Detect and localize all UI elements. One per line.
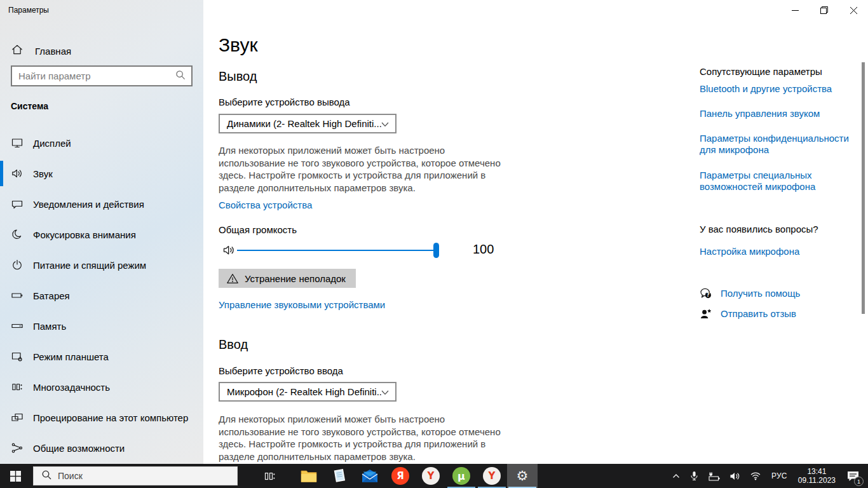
tray-language-indicator[interactable]: РУС (766, 471, 793, 480)
action-center-button[interactable]: 1 (841, 464, 868, 488)
notifications-icon (11, 198, 24, 210)
sidebar-item-label: Фокусировка внимания (33, 229, 136, 240)
battery-icon (11, 289, 24, 302)
taskbar-app-yandex-browser[interactable]: Y (416, 464, 446, 488)
sound-control-panel-link[interactable]: Панель управления звуком (700, 108, 820, 119)
tray-volume-icon[interactable] (725, 464, 745, 488)
close-button[interactable] (839, 0, 868, 20)
notification-badge: 1 (854, 477, 864, 486)
get-help-item[interactable]: ? Получить помощь (700, 287, 800, 299)
sidebar-home-label: Главная (35, 46, 71, 57)
settings-gear-icon: ⚙ (517, 468, 529, 484)
task-view-icon (264, 470, 276, 482)
window-title: Параметры (8, 6, 49, 15)
tray-wifi-icon[interactable] (745, 464, 766, 488)
sidebar-item-label: Многозадачность (33, 382, 110, 393)
display-icon (11, 137, 24, 149)
taskbar-app-mail[interactable] (355, 464, 385, 488)
sidebar-item-home[interactable]: Главная (0, 38, 203, 64)
sound-icon (11, 167, 24, 180)
chevron-down-icon (381, 118, 389, 130)
sidebar-item-focus[interactable]: Фокусировка внимания (0, 219, 203, 250)
send-feedback-item[interactable]: Отправить отзыв (700, 308, 796, 320)
taskbar-search-box (33, 466, 238, 485)
taskbar-app-yandex[interactable]: Я (385, 464, 416, 488)
output-description: Для некоторых приложений может быть наст… (219, 144, 503, 194)
mic-privacy-link[interactable]: Параметры конфиденциальности для микрофо… (700, 133, 849, 156)
tray-hidden-icons-chevron[interactable] (667, 464, 685, 488)
settings-search-input[interactable] (12, 71, 175, 81)
troubleshoot-button-label: Устранение неполадок (245, 273, 346, 284)
taskbar: Я Y µ Y ⚙ (0, 464, 868, 488)
output-device-dropdown[interactable]: Динамики (2- Realtek High Definiti... (219, 114, 397, 133)
storage-icon (11, 320, 24, 332)
sidebar-item-multitasking[interactable]: Многозадачность (0, 372, 203, 402)
output-device-value: Динамики (2- Realtek High Definiti... (220, 118, 381, 129)
mic-accessibility-link[interactable]: Параметры специальных возможностей микро… (700, 170, 849, 193)
device-properties-link[interactable]: Свойства устройства (219, 200, 312, 210)
sidebar-item-shared-experiences[interactable]: Общие возможности (0, 433, 203, 463)
settings-search-box (11, 65, 193, 86)
volume-slider-track[interactable] (237, 250, 439, 251)
yandex-icon: Я (391, 467, 409, 485)
send-feedback-link[interactable]: Отправить отзыв (721, 308, 796, 319)
tray-microphone-icon[interactable] (685, 464, 703, 488)
tray-date: 09.11.2023 (798, 476, 836, 485)
master-volume-label: Общая громкость (219, 224, 297, 235)
yandex-browser-icon: Y (422, 467, 440, 485)
scrollbar[interactable] (862, 62, 865, 314)
taskbar-app-settings[interactable]: ⚙ (507, 464, 538, 488)
sidebar-item-power[interactable]: Питание и спящий режим (0, 250, 203, 280)
chevron-down-icon (381, 386, 389, 398)
projecting-icon (11, 411, 24, 424)
restore-button[interactable] (810, 0, 839, 20)
input-description: Для некоторых приложений может быть наст… (219, 413, 503, 463)
troubleshoot-button[interactable]: Устранение неполадок (219, 269, 356, 288)
power-icon (11, 259, 24, 271)
search-icon[interactable] (175, 69, 186, 83)
sidebar-item-label: Проецирование на этот компьютер (33, 412, 188, 423)
sidebar-item-storage[interactable]: Память (0, 311, 203, 341)
feedback-person-icon (700, 308, 712, 320)
sidebar-section-system: Система (11, 101, 48, 111)
sidebar-item-sound[interactable]: Звук (0, 158, 203, 189)
help-chat-icon: ? (700, 287, 712, 299)
moon-icon (11, 228, 24, 241)
get-help-link[interactable]: Получить помощь (721, 288, 800, 299)
mic-setup-link[interactable]: Настройка микрофона (700, 246, 799, 257)
task-view-button[interactable] (254, 464, 285, 488)
sidebar-item-tablet-mode[interactable]: Режим планшета (0, 341, 203, 372)
settings-window: Параметры Главная Система Дисплей (0, 0, 868, 488)
speaker-icon[interactable] (222, 243, 236, 260)
sidebar-item-label: Звук (33, 168, 53, 179)
input-device-dropdown[interactable]: Микрофон (2- Realtek High Definiti... (219, 382, 397, 402)
taskbar-app-yandex-browser-2[interactable]: Y (477, 464, 507, 488)
taskbar-search-input[interactable] (58, 471, 237, 481)
sidebar-item-projecting[interactable]: Проецирование на этот компьютер (0, 402, 203, 433)
shared-experiences-icon (11, 442, 24, 454)
yandex-browser-icon: Y (483, 467, 501, 485)
chevron-up-icon (672, 472, 681, 480)
warning-icon (226, 273, 239, 285)
tray-clock[interactable]: 13:41 09.11.2023 (793, 467, 841, 485)
svg-text:?: ? (707, 292, 710, 298)
sidebar-item-display[interactable]: Дисплей (0, 128, 203, 158)
bluetooth-devices-link[interactable]: Bluetooth и другие устройства (700, 83, 832, 94)
questions-heading: У вас появились вопросы? (700, 224, 818, 234)
sidebar-item-notifications[interactable]: Уведомления и действия (0, 189, 203, 219)
tray-battery-charging-icon[interactable] (703, 464, 725, 488)
sidebar-item-battery[interactable]: Батарея (0, 280, 203, 311)
system-tray: РУС 13:41 09.11.2023 1 (667, 464, 868, 488)
manage-sound-devices-link[interactable]: Управление звуковыми устройствами (219, 299, 385, 310)
taskbar-app-notepad[interactable] (324, 464, 355, 488)
start-button[interactable] (0, 464, 31, 488)
tray-time: 13:41 (798, 467, 836, 476)
sidebar-nav: Дисплей Звук Уведомления и действия Фоку… (0, 128, 203, 463)
minimize-button[interactable] (780, 0, 810, 20)
taskbar-app-file-explorer[interactable] (294, 464, 324, 488)
volume-value: 100 (473, 242, 494, 257)
taskbar-app-utorrent[interactable]: µ (446, 464, 477, 488)
sidebar-item-label: Уведомления и действия (33, 199, 144, 210)
volume-slider-thumb[interactable] (433, 243, 439, 258)
notepad-icon (332, 468, 347, 484)
